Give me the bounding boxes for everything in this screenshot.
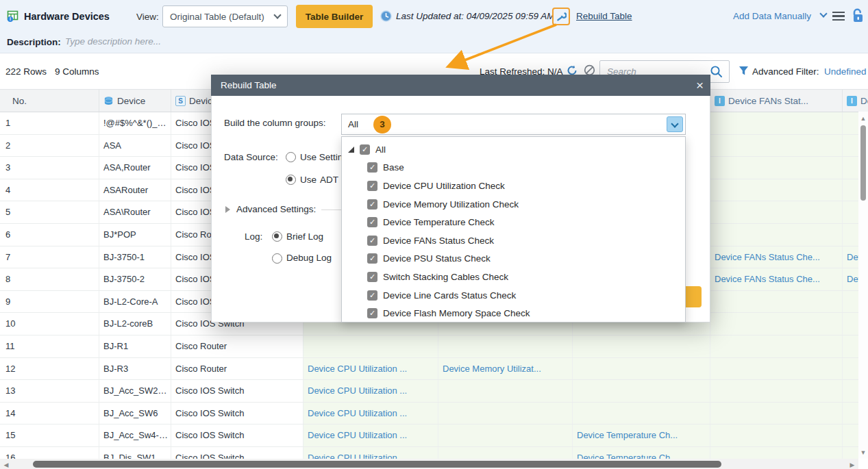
checkbox-checked-icon[interactable]: [367, 290, 377, 301]
scroll-up-icon[interactable]: ▲: [858, 114, 868, 123]
table-grid-icon: i: [7, 10, 19, 23]
checkbox-checked-icon[interactable]: [360, 144, 370, 155]
tree-item-all[interactable]: All: [342, 140, 685, 159]
close-icon[interactable]: ×: [696, 75, 704, 96]
cell-no: 9: [0, 291, 99, 313]
tree-item-label: Device Memory Utilization Check: [383, 199, 519, 210]
page-title: Hardware Devices: [24, 11, 110, 22]
cell-cpu-link[interactable]: Device CPU Utilization ...: [303, 358, 438, 380]
dialog-body: Build the column groups: All 3 Data Sour…: [211, 96, 710, 322]
scroll-down-icon[interactable]: ▼: [858, 448, 868, 457]
debug-log-radio[interactable]: [272, 253, 282, 264]
cell-device: BJ_Acc_Sw4-bbb-eee-ii-JJ...: [99, 424, 171, 446]
data-source-label: Data Source:: [224, 152, 278, 162]
col-header-dev[interactable]: I Dev: [843, 90, 868, 112]
brief-log-radio[interactable]: [272, 231, 282, 242]
checkbox-checked-icon[interactable]: [367, 181, 377, 191]
debug-log-label: Debug Log: [286, 253, 341, 263]
description-input[interactable]: [65, 36, 408, 47]
cell-device: BJ-3750-2: [99, 268, 171, 290]
cell-cpu-link[interactable]: Device CPU Utilization ...: [303, 424, 438, 446]
cell-device: ASA: [99, 135, 171, 157]
use-settings-radio[interactable]: [286, 152, 296, 162]
tree-item-stacking[interactable]: Switch Stacking Cables Check: [342, 268, 685, 286]
col-header-fans[interactable]: I Device FANs Stat...: [710, 90, 843, 112]
dialog-header[interactable]: Rebuild Table ×: [211, 75, 710, 96]
rebuild-table-link[interactable]: Rebuild Table: [576, 11, 632, 21]
col-header-dev-label: Dev: [860, 96, 868, 106]
tree-item-temperature[interactable]: Device Temperature Check: [342, 213, 685, 231]
scroll-left-icon[interactable]: ◀: [1, 461, 11, 469]
cell-type: Cisco Router: [171, 335, 303, 357]
table-row[interactable]: 12BJ-R3Cisco RouterDevice CPU Utilizatio…: [0, 358, 868, 381]
cell-fans-link[interactable]: Device FANs Status Che...: [710, 268, 843, 290]
table-row[interactable]: 15BJ_Acc_Sw4-bbb-eee-ii-JJ...Cisco IOS S…: [0, 424, 868, 447]
column-groups-field[interactable]: All 3: [341, 114, 686, 135]
cell-no: 11: [0, 335, 99, 357]
cell-temp: [573, 335, 710, 357]
cell-type: Cisco Router: [171, 358, 303, 380]
checkbox-checked-icon[interactable]: [367, 199, 377, 210]
filter-funnel-icon[interactable]: [739, 66, 749, 76]
adt-link[interactable]: ADT: [320, 175, 338, 185]
checkbox-checked-icon[interactable]: [367, 253, 377, 264]
cell-temp-link[interactable]: Device Temperature Ch...: [573, 424, 710, 446]
cell-mem-link[interactable]: Device Memory Utilizat...: [438, 358, 573, 380]
checkbox-checked-icon[interactable]: [367, 236, 377, 246]
tree-expanded-icon[interactable]: [348, 147, 354, 153]
table-row[interactable]: 13BJ_Acc_SW2-bbb-eee-ii-JJ...Cisco IOS S…: [0, 380, 868, 403]
cell-fans: [710, 335, 843, 357]
add-data-manually-menu[interactable]: Add Data Manually: [733, 11, 811, 21]
rebuild-table-dialog: Rebuild Table × Build the column groups:…: [211, 75, 710, 322]
cell-fans: [710, 403, 843, 424]
table-builder-button[interactable]: Table Builder: [296, 5, 373, 28]
cell-fans-link[interactable]: Device FANs Status Che...: [710, 246, 843, 268]
tree-item-label: Device CPU Utilization Check: [383, 181, 505, 191]
cell-cpu-link[interactable]: Device CPU Utilization ...: [303, 403, 438, 424]
col-header-no[interactable]: No.: [0, 90, 99, 112]
tree-item-psu[interactable]: Device PSU Status Check: [342, 250, 685, 268]
checkbox-checked-icon[interactable]: [367, 308, 377, 318]
vertical-scroll-thumb[interactable]: [860, 125, 866, 201]
dropdown-toggle-button[interactable]: [667, 116, 683, 132]
cell-cpu-link[interactable]: Device CPU Utilization ...: [303, 380, 438, 402]
col-header-device[interactable]: Device: [99, 90, 171, 112]
advanced-filter-value[interactable]: Undefined: [824, 66, 867, 77]
tree-item-memory[interactable]: Device Memory Utilization Check: [342, 195, 685, 214]
search-icon[interactable]: [710, 65, 723, 78]
checkbox-checked-icon[interactable]: [367, 272, 377, 282]
horizontal-scroll-thumb[interactable]: [33, 461, 721, 468]
collapse-right-icon[interactable]: [225, 206, 230, 213]
unlock-icon[interactable]: [851, 8, 864, 23]
tree-item-label: Device Line Cards Status Check: [383, 290, 516, 301]
view-select[interactable]: Original Table (Default): [162, 5, 288, 27]
horizontal-scrollbar[interactable]: ◀ ▶: [0, 459, 858, 469]
use-adt-radio[interactable]: [286, 175, 296, 185]
table-row[interactable]: 14BJ_Acc_SW6Cisco IOS SwitchDevice CPU U…: [0, 403, 868, 425]
tree-item-base[interactable]: Base: [342, 159, 685, 177]
cell-no: 10: [0, 313, 99, 335]
menu-icon[interactable]: [832, 12, 845, 21]
scroll-right-icon[interactable]: ▶: [847, 461, 857, 469]
cell-device: BJ-R3: [99, 358, 171, 380]
rebuild-wrench-button[interactable]: [552, 8, 570, 25]
checkbox-checked-icon[interactable]: [367, 217, 377, 227]
build-groups-label: Build the column groups:: [224, 118, 326, 128]
clock-icon: [380, 10, 392, 22]
row-count: 222 Rows: [5, 66, 47, 77]
vertical-scrollbar[interactable]: ▲ ▼: [858, 112, 868, 459]
top-bar: i Hardware Devices View: Original Table …: [0, 0, 868, 33]
checkbox-checked-icon[interactable]: [367, 162, 377, 173]
tree-item-fans[interactable]: Device FANs Status Check: [342, 231, 685, 250]
cell-fans: [710, 157, 843, 179]
chevron-down-icon: [671, 120, 678, 127]
tree-item-flash[interactable]: Device Flash Memory Space Check: [342, 304, 685, 322]
cell-fans: [710, 224, 843, 246]
tree-item-linecards[interactable]: Device Line Cards Status Check: [342, 286, 685, 305]
cell-mem: [438, 403, 573, 424]
tree-item-cpu[interactable]: Device CPU Utilization Check: [342, 177, 685, 195]
column-count: 9 Columns: [55, 66, 99, 77]
cell-no: 8: [0, 268, 99, 290]
table-row[interactable]: 11BJ-R1Cisco Router: [0, 335, 868, 358]
cell-fans: [710, 424, 843, 446]
